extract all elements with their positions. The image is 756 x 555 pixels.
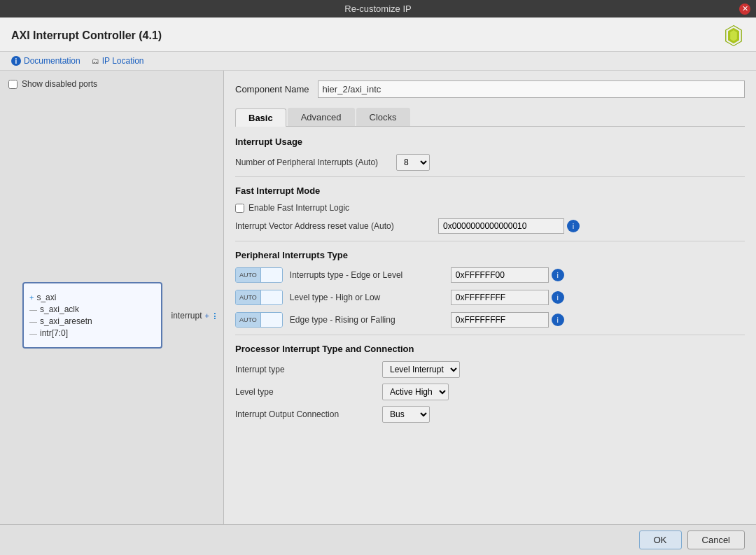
interrupt-type-proc-select[interactable]: Level Interrupt Edge Interrupt: [382, 361, 460, 378]
component-name-row: Component Name: [235, 80, 745, 98]
auto-badge-1: AUTO: [235, 267, 283, 283]
svg-marker-2: [730, 30, 737, 41]
hex-input-1[interactable]: [451, 267, 549, 283]
show-ports-checkbox[interactable]: [8, 80, 18, 89]
hex-input-3[interactable]: [451, 312, 549, 328]
info-icon-2[interactable]: i: [552, 291, 564, 304]
dialog: AXI Interrupt Controller (4.1) i Documen…: [0, 17, 756, 555]
enable-fast-interrupt-row: Enable Fast Interrupt Logic: [235, 203, 745, 213]
peripheral-interrupts-select[interactable]: 8 16 32: [396, 154, 430, 171]
ok-button[interactable]: OK: [639, 531, 682, 549]
vector-input-wrap: i: [438, 218, 580, 234]
left-panel: Show disabled ports + s_axi — s_axi_aclk…: [0, 71, 224, 524]
auto-text-2: AUTO: [236, 290, 261, 304]
divider-3: [235, 335, 745, 335]
dialog-title: AXI Interrupt Controller (4.1): [11, 29, 162, 42]
output-connection-row: Interrupt Output Connection Bus Single: [235, 406, 745, 423]
port-s-axi-aresetn: — s_axi_aresetn: [29, 316, 155, 326]
auto-text-1: AUTO: [236, 268, 261, 282]
port-intr: — intr[7:0]: [29, 328, 155, 338]
tab-advanced[interactable]: Advanced: [288, 108, 355, 126]
auto-blank-1: [261, 268, 282, 282]
interrupt-type-label-1: Interrupts type - Edge or Level: [290, 270, 444, 280]
title-bar: Re-customize IP ✕: [0, 0, 756, 17]
interrupt-type-proc-label: Interrupt type: [235, 365, 375, 374]
auto-blank-3: [261, 313, 282, 327]
auto-blank-2: [261, 290, 282, 304]
auto-badge-2: AUTO: [235, 290, 283, 305]
plus-icon: +: [29, 293, 34, 302]
output-connection-select[interactable]: Bus Single: [382, 406, 430, 423]
minus-icon-2: —: [29, 317, 37, 325]
hex-input-2[interactable]: [451, 290, 549, 305]
fast-interrupt-mode-title: Fast Interrupt Mode: [235, 185, 745, 196]
interrupt-type-proc-row: Interrupt type Level Interrupt Edge Inte…: [235, 361, 745, 378]
interrupt-output: interrupt + ⫶: [172, 310, 217, 321]
ip-block-diagram: + s_axi — s_axi_aclk — s_axi_aresetn — i…: [22, 282, 162, 349]
peripheral-interrupts-type-section: Peripheral Interrupts Type AUTO Interrup…: [235, 250, 745, 328]
level-type-label: Level type: [235, 387, 375, 397]
minus-icon-1: —: [29, 305, 37, 314]
sub-header: i Documentation 🗂 IP Location: [0, 52, 756, 71]
interrupt-output-label: interrupt: [172, 311, 202, 321]
processor-interrupt-section: Processor Interrupt Type and Connection …: [235, 344, 745, 423]
info-icon-3[interactable]: i: [552, 314, 564, 326]
level-type-row: Level type Active High Active Low: [235, 384, 745, 400]
tab-clocks[interactable]: Clocks: [356, 108, 410, 126]
right-panel: Component Name Basic Advanced Clocks Int…: [224, 71, 756, 524]
peripheral-interrupts-row: Number of Peripheral Interrupts (Auto) 8…: [235, 154, 745, 171]
dialog-header: AXI Interrupt Controller (4.1): [0, 17, 756, 52]
info-icon: i: [11, 56, 21, 66]
ip-location-link[interactable]: 🗂 IP Location: [92, 56, 144, 66]
enable-fast-interrupt-label: Enable Fast Interrupt Logic: [248, 203, 349, 213]
tab-bar: Basic Advanced Clocks: [235, 108, 745, 127]
interrupt-type-row-2: AUTO Level type - High or Low i: [235, 290, 745, 305]
documentation-link[interactable]: i Documentation: [11, 56, 80, 66]
component-name-label: Component Name: [235, 84, 309, 94]
plus-output-icon: +: [205, 311, 209, 320]
vector-reset-input[interactable]: [438, 218, 564, 234]
divider-2: [235, 241, 745, 241]
enable-fast-interrupt-checkbox[interactable]: [235, 204, 244, 213]
hex-wrap-1: i: [451, 267, 564, 283]
tab-basic[interactable]: Basic: [235, 108, 286, 127]
hex-wrap-3: i: [451, 312, 564, 328]
component-name-input[interactable]: [318, 80, 746, 98]
auto-text-3: AUTO: [236, 313, 261, 327]
folder-icon: 🗂: [92, 57, 99, 65]
interrupt-usage-section: Interrupt Usage Number of Peripheral Int…: [235, 136, 745, 171]
peripheral-interrupts-label: Number of Peripheral Interrupts (Auto): [235, 157, 389, 167]
fast-interrupt-mode-section: Fast Interrupt Mode Enable Fast Interrup…: [235, 185, 745, 234]
vector-info-icon[interactable]: i: [567, 220, 580, 232]
processor-interrupt-title: Processor Interrupt Type and Connection: [235, 344, 745, 354]
xilinx-logo: [722, 24, 745, 47]
peripheral-interrupts-type-title: Peripheral Interrupts Type: [235, 250, 745, 260]
port-s-axi: + s_axi: [29, 293, 155, 302]
hex-wrap-2: i: [451, 290, 564, 305]
interrupt-type-row-3: AUTO Edge type - Rising or Falling i: [235, 312, 745, 328]
close-button[interactable]: ✕: [739, 3, 750, 15]
port-s-axi-aclk: — s_axi_aclk: [29, 304, 155, 314]
level-type-select[interactable]: Active High Active Low: [382, 384, 449, 400]
auto-badge-3: AUTO: [235, 312, 283, 328]
show-ports-label[interactable]: Show disabled ports: [8, 79, 215, 89]
vector-reset-label: Interrupt Vector Address reset value (Au…: [235, 221, 431, 231]
output-connection-label: Interrupt Output Connection: [235, 409, 375, 419]
interrupt-type-label-3: Edge type - Rising or Falling: [290, 315, 444, 325]
vector-reset-row: Interrupt Vector Address reset value (Au…: [235, 218, 745, 234]
dialog-body: Show disabled ports + s_axi — s_axi_aclk…: [0, 71, 756, 524]
interrupt-type-label-2: Level type - High or Low: [290, 293, 444, 302]
dialog-footer: OK Cancel: [0, 524, 756, 555]
info-icon-1[interactable]: i: [552, 269, 564, 281]
minus-icon-3: —: [29, 329, 37, 337]
interrupt-usage-title: Interrupt Usage: [235, 136, 745, 147]
bus-icon: ⫶: [212, 310, 217, 321]
divider-1: [235, 176, 745, 177]
cancel-button[interactable]: Cancel: [687, 531, 745, 549]
interrupt-type-row-1: AUTO Interrupts type - Edge or Level i: [235, 267, 745, 283]
title-text: Re-customize IP: [344, 3, 411, 14]
